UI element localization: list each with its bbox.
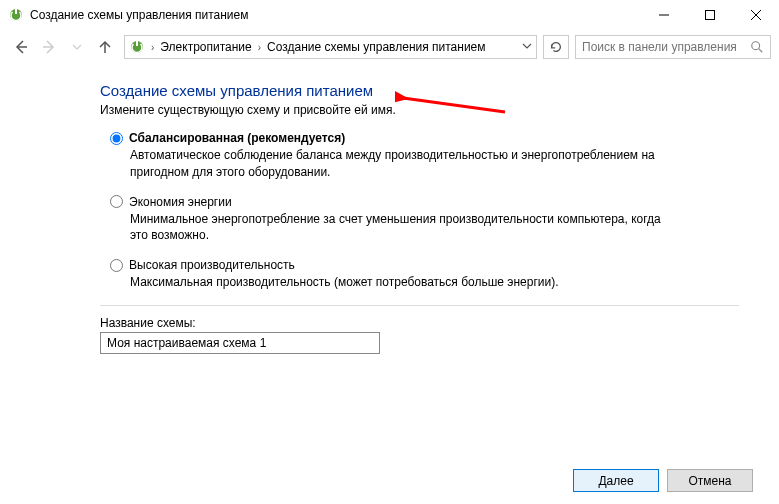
cancel-button[interactable]: Отмена xyxy=(667,469,753,492)
plan-radio-balanced[interactable] xyxy=(110,132,123,145)
chevron-right-icon[interactable]: › xyxy=(256,42,263,53)
breadcrumb-item[interactable]: Электропитание xyxy=(160,40,251,54)
scheme-name-label: Название схемы: xyxy=(100,316,739,330)
plan-option-balanced: Сбалансированная (рекомендуется) Автомат… xyxy=(100,131,739,181)
svg-rect-10 xyxy=(136,41,138,46)
plan-label-saver[interactable]: Экономия энергии xyxy=(129,195,232,209)
maximize-button[interactable] xyxy=(687,0,733,30)
breadcrumb-item[interactable]: Создание схемы управления питанием xyxy=(267,40,485,54)
svg-rect-3 xyxy=(706,11,715,20)
chevron-down-icon[interactable] xyxy=(522,40,532,54)
recent-dropdown-icon[interactable] xyxy=(64,34,90,60)
search-box[interactable] xyxy=(575,35,771,59)
plan-radio-high[interactable] xyxy=(110,259,123,272)
plan-desc-high: Максимальная производительность (может п… xyxy=(110,274,670,291)
footer-buttons: Далее Отмена xyxy=(573,469,753,492)
plan-radio-saver[interactable] xyxy=(110,195,123,208)
svg-line-12 xyxy=(759,49,763,53)
refresh-button[interactable] xyxy=(543,35,569,59)
power-options-icon xyxy=(8,7,24,23)
plan-option-saver: Экономия энергии Минимальное энергопотре… xyxy=(100,195,739,245)
plan-desc-saver: Минимальное энергопотребление за счет ум… xyxy=(110,211,670,245)
back-button[interactable] xyxy=(8,34,34,60)
breadcrumb[interactable]: › Электропитание › Создание схемы управл… xyxy=(124,35,537,59)
content-area: Создание схемы управления питанием Измен… xyxy=(0,64,779,354)
chevron-right-icon[interactable]: › xyxy=(149,42,156,53)
svg-rect-1 xyxy=(15,9,17,14)
scheme-name-input[interactable] xyxy=(100,332,380,354)
up-button[interactable] xyxy=(92,34,118,60)
plan-label-high[interactable]: Высокая производительность xyxy=(129,258,295,272)
forward-button[interactable] xyxy=(36,34,62,60)
svg-point-11 xyxy=(752,42,760,50)
minimize-button[interactable] xyxy=(641,0,687,30)
page-subtitle: Измените существующую схему и присвойте … xyxy=(100,103,739,117)
power-options-icon xyxy=(129,39,145,55)
window-title: Создание схемы управления питанием xyxy=(30,8,248,22)
search-input[interactable] xyxy=(582,40,750,54)
page-title: Создание схемы управления питанием xyxy=(100,82,739,99)
plan-label-balanced[interactable]: Сбалансированная (рекомендуется) xyxy=(129,131,345,145)
plan-desc-balanced: Автоматическое соблюдение баланса между … xyxy=(110,147,670,181)
navbar: › Электропитание › Создание схемы управл… xyxy=(0,30,779,64)
plan-option-high: Высокая производительность Максимальная … xyxy=(100,258,739,291)
search-icon[interactable] xyxy=(750,40,764,54)
close-button[interactable] xyxy=(733,0,779,30)
titlebar: Создание схемы управления питанием xyxy=(0,0,779,30)
separator xyxy=(100,305,739,306)
next-button[interactable]: Далее xyxy=(573,469,659,492)
